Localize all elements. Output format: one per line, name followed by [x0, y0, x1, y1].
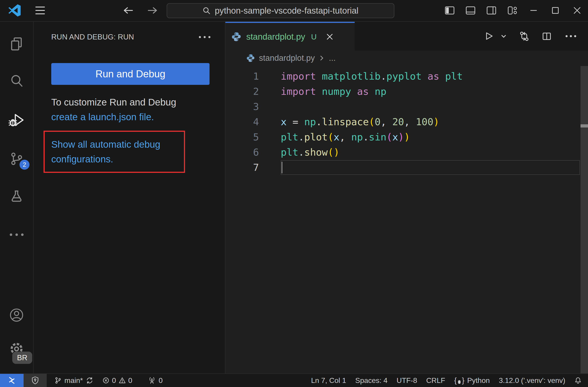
- cursor-position: Ln 7, Col 1: [311, 376, 346, 385]
- sidebar-item-run-debug[interactable]: [0, 109, 33, 131]
- code-line[interactable]: 4x = np.linspace(0, 20, 100): [225, 114, 588, 129]
- welcome-text: To customize Run and Debug create a laun…: [51, 95, 210, 124]
- breadcrumb-symbol[interactable]: ...: [329, 53, 336, 63]
- layout-sidebar-right-icon[interactable]: [481, 0, 502, 21]
- run-debug-sidebar: RUN AND DEBUG: RUN Run and Debug To cust…: [34, 22, 225, 374]
- command-center-search[interactable]: python-sample-vscode-fastapi-tutorial: [167, 3, 394, 18]
- ports-count: 0: [159, 376, 163, 385]
- tab-modified-badge: U: [311, 32, 317, 41]
- code-text: import matplotlib.pyplot as plt: [259, 69, 463, 84]
- current-line-highlight: [281, 160, 580, 175]
- code-text: x = np.linspace(0, 20, 100): [259, 114, 439, 129]
- code-line[interactable]: 5plt.plot(x, np.sin(x)): [225, 129, 588, 145]
- layout-sidebar-left-icon[interactable]: [439, 0, 460, 21]
- code-line[interactable]: 6plt.show(): [225, 145, 588, 160]
- sidebar-item-explorer[interactable]: [0, 32, 33, 55]
- workspace-trust-indicator[interactable]: [23, 374, 47, 387]
- warning-icon: [119, 377, 126, 384]
- menu-icon[interactable]: [35, 7, 45, 14]
- run-python-file-button[interactable]: [484, 31, 494, 42]
- testing-icon: [9, 189, 24, 204]
- python-icon: [231, 32, 241, 42]
- problems-status[interactable]: 0 0: [98, 374, 137, 387]
- branch-name: main*: [64, 376, 83, 385]
- source-control-badge: 2: [20, 160, 29, 170]
- debug-icon: [9, 112, 24, 128]
- notifications-button[interactable]: [570, 374, 588, 387]
- view-more-actions-icon[interactable]: [197, 34, 212, 40]
- account-button[interactable]: [0, 304, 33, 326]
- warning-count: 0: [128, 376, 132, 385]
- line-number: 1: [225, 69, 259, 84]
- line-number: 3: [225, 99, 259, 114]
- line-number: 5: [225, 129, 259, 145]
- show-all-configs-link[interactable]: Show all automatic debug: [51, 137, 160, 152]
- layout-customize-icon[interactable]: [502, 0, 523, 21]
- vscode-logo: [8, 4, 21, 17]
- create-launch-json-link[interactable]: create a launch.json file.: [51, 112, 154, 122]
- line-number: 6: [225, 145, 259, 160]
- minimize-icon[interactable]: [523, 0, 545, 21]
- python-interpreter-status[interactable]: 3.12.0 ('.venv': venv): [494, 374, 570, 387]
- braces-dot-icon: [458, 380, 461, 384]
- language-mode-status[interactable]: { } Python: [450, 374, 494, 387]
- eol: CRLF: [426, 376, 445, 385]
- code-line[interactable]: 2import numpy as np: [225, 84, 588, 99]
- code-lines: 1import matplotlib.pyplot as plt2import …: [225, 65, 588, 374]
- branch-icon: [54, 377, 62, 384]
- editor-more-actions-icon[interactable]: [564, 33, 578, 39]
- encoding-status[interactable]: UTF-8: [392, 374, 422, 387]
- arrow-left-icon[interactable]: [123, 6, 134, 15]
- activity-bar: 2 BR: [0, 22, 34, 374]
- chevron-down-icon[interactable]: [500, 33, 507, 40]
- code-text: plt.show(): [259, 145, 339, 160]
- chevron-right-icon: [319, 55, 325, 61]
- arrow-right-icon[interactable]: [147, 6, 158, 15]
- code-line[interactable]: 3: [225, 99, 588, 114]
- bell-icon: [574, 377, 582, 384]
- remote-indicator[interactable]: [0, 374, 23, 387]
- encoding: UTF-8: [397, 376, 417, 385]
- editor-group: standardplot.py U: [225, 22, 588, 374]
- breadcrumb: standardplot.py ...: [225, 51, 588, 65]
- settings-badge: BR: [12, 352, 32, 364]
- code-line[interactable]: 1import matplotlib.pyplot as plt: [225, 69, 588, 84]
- code-line[interactable]: 7: [225, 160, 588, 175]
- sidebar-item-search[interactable]: [0, 69, 33, 92]
- code-text: plt.plot(x, np.sin(x)): [259, 129, 410, 145]
- vertical-scrollbar[interactable]: [581, 66, 588, 374]
- run-and-debug-button[interactable]: Run and Debug: [51, 63, 210, 85]
- status-bar: main* 0 0 0 Ln 7, Col 1: [0, 373, 588, 387]
- settings-button[interactable]: BR: [0, 338, 33, 360]
- show-all-configs-link-line2[interactable]: configurations.: [51, 152, 160, 167]
- line-number: 7: [225, 160, 259, 175]
- sidebar-item-source-control[interactable]: 2: [0, 148, 33, 170]
- ports-status[interactable]: 0: [144, 374, 167, 387]
- eol-status[interactable]: CRLF: [422, 374, 450, 387]
- sync-icon: [86, 377, 93, 384]
- split-editor-icon[interactable]: [542, 31, 552, 42]
- sidebar-item-testing[interactable]: [0, 185, 33, 208]
- close-icon[interactable]: [566, 0, 588, 21]
- sidebar-item-more[interactable]: [0, 223, 33, 246]
- braces-icon: }: [462, 376, 464, 385]
- error-icon: [103, 377, 109, 384]
- layout-panel-icon[interactable]: [460, 0, 481, 21]
- tab-standardplot[interactable]: standardplot.py U: [225, 22, 355, 51]
- radio-tower-icon: [148, 377, 156, 384]
- tab-label: standardplot.py: [246, 32, 305, 42]
- welcome-line: To customize Run and Debug: [51, 95, 210, 109]
- sidebar-title: RUN AND DEBUG: RUN: [51, 33, 134, 41]
- breadcrumb-file[interactable]: standardplot.py: [259, 53, 315, 63]
- maximize-icon[interactable]: [545, 0, 566, 21]
- line-number: 4: [225, 114, 259, 129]
- tab-close-icon[interactable]: [326, 33, 334, 41]
- cursor-position-status[interactable]: Ln 7, Col 1: [307, 374, 351, 387]
- branch-status[interactable]: main*: [50, 374, 98, 387]
- indentation-status[interactable]: Spaces: 4: [351, 374, 392, 387]
- compare-changes-icon[interactable]: [519, 31, 530, 42]
- remote-icon: [7, 377, 17, 384]
- files-icon: [9, 36, 24, 51]
- code-text: import numpy as np: [259, 84, 386, 99]
- language-name: Python: [467, 376, 490, 385]
